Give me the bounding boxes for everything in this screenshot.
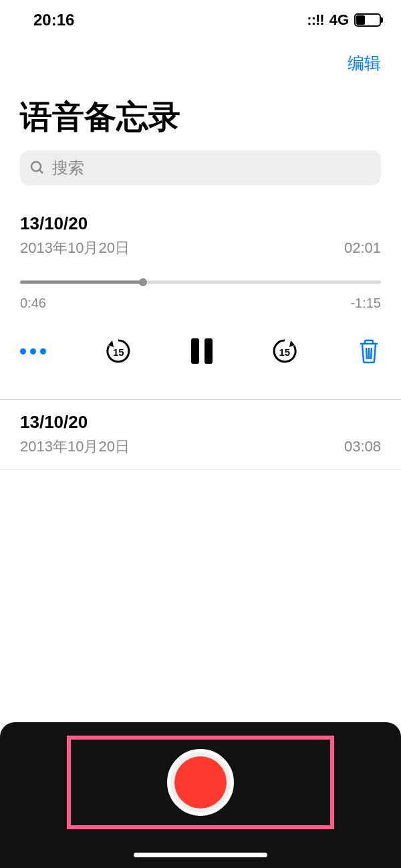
status-right: ::!! 4G [307, 11, 381, 29]
svg-point-0 [31, 162, 41, 171]
edit-button[interactable]: 编辑 [348, 52, 381, 74]
search-placeholder: 搜索 [52, 157, 84, 179]
divider [0, 469, 401, 469]
signal-icon: ::!! [307, 11, 323, 29]
delete-button[interactable] [357, 338, 381, 364]
search-input[interactable]: 搜索 [20, 150, 381, 185]
battery-icon [354, 13, 381, 27]
player-controls: 15 15 [20, 311, 381, 382]
svg-line-2 [366, 348, 367, 359]
recording-item-expanded[interactable]: 13/10/20 2013年10月20日 02:01 0:46 -1:15 15 [0, 201, 401, 399]
pause-button[interactable] [191, 338, 213, 364]
recording-item[interactable]: 13/10/20 2013年10月20日 03:08 [0, 400, 401, 469]
nav-bar: 编辑 [0, 40, 401, 81]
trash-icon [357, 338, 381, 364]
scrubber-knob[interactable] [139, 278, 147, 286]
recording-duration: 02:01 [344, 239, 381, 257]
skip-back-button[interactable]: 15 [104, 336, 133, 366]
svg-line-4 [371, 348, 372, 359]
recording-date: 2013年10月20日 [20, 437, 130, 457]
home-indicator[interactable] [134, 853, 267, 857]
ellipsis-icon [20, 348, 46, 354]
player: 0:46 -1:15 15 15 [20, 258, 381, 387]
recording-date: 2013年10月20日 [20, 238, 130, 258]
network-label: 4G [329, 11, 349, 29]
scrubber[interactable] [20, 274, 381, 290]
recording-title: 13/10/20 [20, 213, 381, 234]
recording-title: 13/10/20 [20, 412, 381, 433]
record-icon [174, 756, 227, 808]
pause-icon [191, 338, 213, 364]
status-bar: 20:16 ::!! 4G [0, 0, 401, 40]
search-icon [29, 160, 45, 176]
status-time: 20:16 [33, 11, 74, 29]
record-bar [0, 722, 401, 868]
record-button[interactable] [167, 749, 234, 816]
annotation-highlight [67, 736, 334, 829]
skip-forward-label: 15 [270, 336, 299, 366]
svg-line-1 [39, 170, 43, 173]
more-button[interactable] [20, 348, 46, 354]
remaining-time: -1:15 [350, 296, 381, 311]
elapsed-time: 0:46 [20, 296, 46, 311]
skip-forward-button[interactable]: 15 [270, 336, 299, 366]
track-progress [20, 281, 143, 284]
page-title: 语音备忘录 [0, 81, 401, 150]
recording-duration: 03:08 [344, 438, 381, 455]
skip-back-label: 15 [104, 336, 133, 366]
